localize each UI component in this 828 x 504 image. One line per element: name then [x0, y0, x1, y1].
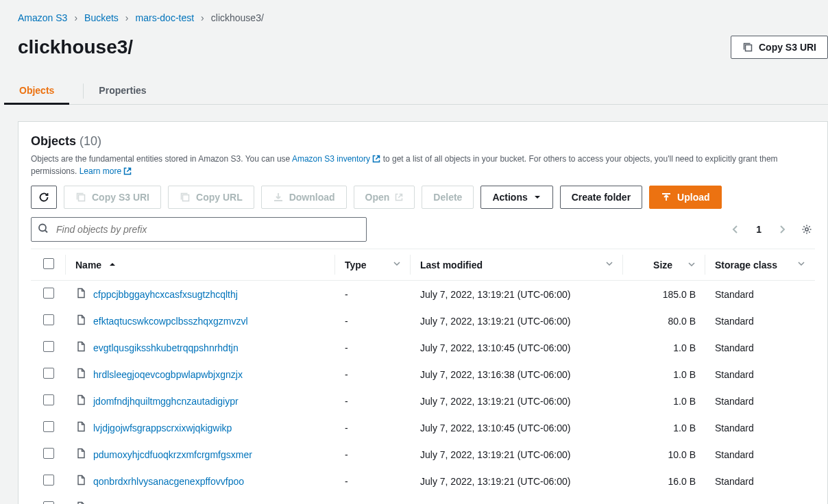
table-row: evgtlqusgiksshkubetrqqpshnrhdtjn-July 7,… — [31, 334, 815, 361]
search-icon — [38, 223, 49, 236]
cell-modified: July 7, 2022, 13:19:21 (UTC-06:00) — [411, 281, 623, 308]
file-icon — [75, 501, 86, 504]
object-link[interactable]: jdomfndjhquiltmgghcnzautadigiypr — [93, 396, 239, 407]
cell-type: - — [335, 414, 411, 441]
tab-objects[interactable]: Objects — [18, 78, 56, 104]
delete-button[interactable]: Delete — [422, 186, 474, 209]
object-link[interactable]: qonbrdxrhlvysanacgenexpffovvfpoo — [93, 476, 244, 487]
sort-asc-icon — [108, 260, 117, 268]
table-row: hrdlsleegjoqevcogbpwlapwbjxgnzjx-July 7,… — [31, 361, 815, 388]
breadcrumb-link[interactable]: Buckets — [84, 12, 119, 23]
table-row: lvjdjgojwfsgrappscrxixwjqkigwikp-July 7,… — [31, 414, 815, 441]
svg-point-3 — [39, 225, 46, 231]
file-icon — [75, 341, 86, 354]
chevron-right-icon: › — [125, 12, 129, 23]
object-link[interactable]: evgtlqusgiksshkubetrqqpshnrhdtjn — [93, 342, 239, 353]
cell-storage: Standard — [705, 414, 815, 441]
cell-size: 1.0 B — [623, 388, 705, 414]
cell-modified: July 7, 2022, 13:10:45 (UTC-06:00) — [411, 414, 623, 441]
cell-storage: Standard — [705, 281, 815, 308]
objects-table: Name Type Last modified — [31, 249, 815, 504]
external-link-icon — [372, 155, 380, 163]
search-input[interactable] — [31, 217, 367, 242]
cell-modified: July 7, 2022, 13:19:21 (UTC-06:00) — [411, 388, 623, 414]
copy-icon — [180, 192, 191, 203]
cell-size: 1.0 B — [623, 414, 705, 441]
object-link[interactable]: hrdlsleegjoqevcogbpwlapwbjxgnzjx — [93, 369, 243, 380]
download-button[interactable]: Download — [261, 186, 347, 209]
object-link[interactable]: cfppcjbbggayhcxcasfxsugtzhcqlthj — [93, 289, 238, 300]
row-checkbox[interactable] — [43, 288, 54, 299]
button-label: Copy URL — [196, 190, 243, 204]
cell-size: 80.0 B — [623, 307, 705, 334]
table-row: cfppcjbbggayhcxcasfxsugtzhcqlthj-July 7,… — [31, 281, 815, 308]
refresh-icon — [38, 192, 49, 203]
refresh-button[interactable] — [31, 186, 57, 209]
copy-s3-uri-button[interactable]: Copy S3 URI — [64, 186, 161, 209]
gear-icon — [801, 224, 812, 235]
column-name[interactable]: Name — [66, 249, 335, 281]
page-number: 1 — [756, 224, 762, 235]
row-checkbox[interactable] — [43, 475, 54, 486]
object-link[interactable]: lvjdjgojwfsgrappscrxixwjqkigwikp — [93, 423, 232, 433]
object-link[interactable]: pdumoxyhjcdfuoqkrzxmfcrgmfgsxmer — [93, 449, 252, 460]
cell-storage: Standard — [705, 388, 815, 414]
row-checkbox[interactable] — [43, 368, 54, 379]
chevron-right-icon: › — [201, 12, 204, 23]
row-checkbox[interactable] — [43, 448, 54, 459]
breadcrumb-link[interactable]: Amazon S3 — [18, 12, 67, 23]
row-checkbox[interactable] — [43, 394, 54, 405]
search-box — [31, 217, 367, 242]
inventory-link[interactable]: Amazon S3 inventory — [292, 154, 383, 164]
cell-storage: Standard — [705, 334, 815, 361]
cell-modified: July 7, 2022, 13:19:21 (UTC-06:00) — [411, 441, 623, 468]
cell-modified: July 7, 2022, 13:19:21 (UTC-06:00) — [411, 468, 623, 494]
settings-button[interactable] — [799, 221, 815, 238]
file-icon — [75, 288, 86, 301]
create-folder-button[interactable]: Create folder — [560, 186, 642, 209]
panel-description: Objects are the fundamental entities sto… — [31, 153, 815, 177]
actions-button[interactable]: Actions — [480, 186, 552, 209]
cell-type: - — [335, 334, 411, 361]
select-all-checkbox[interactable] — [43, 258, 54, 269]
breadcrumb-link[interactable]: mars-doc-test — [136, 12, 195, 23]
open-button[interactable]: Open — [354, 186, 415, 209]
cell-size: 1.0 B — [623, 361, 705, 388]
caret-down-icon — [533, 193, 541, 201]
external-link-icon — [123, 167, 132, 175]
tabs: Objects Properties — [18, 78, 828, 105]
column-last-modified[interactable]: Last modified — [411, 249, 623, 281]
cell-type: - — [335, 388, 411, 414]
row-checkbox[interactable] — [43, 341, 54, 352]
button-label: Download — [289, 190, 335, 204]
file-icon — [75, 448, 86, 461]
button-label: Upload — [677, 190, 709, 204]
row-checkbox[interactable] — [43, 501, 54, 504]
chevron-right-icon: › — [74, 12, 77, 23]
button-label: Open — [365, 190, 390, 204]
breadcrumb: Amazon S3 › Buckets › mars-doc-test › cl… — [18, 12, 828, 23]
svg-rect-2 — [183, 195, 189, 201]
copy-url-button[interactable]: Copy URL — [168, 186, 254, 209]
row-checkbox[interactable] — [43, 314, 54, 325]
column-storage-class[interactable]: Storage class — [705, 249, 815, 281]
row-checkbox[interactable] — [43, 421, 54, 432]
prev-page-button[interactable] — [727, 221, 744, 238]
learn-more-link[interactable]: Learn more — [80, 166, 132, 176]
cell-size: 16.0 B — [623, 468, 705, 494]
table-row: jdomfndjhquiltmgghcnzautadigiypr-July 7,… — [31, 388, 815, 414]
download-icon — [273, 192, 284, 203]
column-checkbox — [31, 249, 66, 281]
copy-s3-uri-button[interactable]: Copy S3 URI — [731, 36, 828, 59]
next-page-button[interactable] — [774, 221, 790, 238]
file-icon — [75, 368, 86, 381]
column-size[interactable]: Size — [623, 249, 705, 281]
copy-icon — [742, 42, 753, 53]
cell-type: - — [335, 494, 411, 504]
chevron-right-icon — [777, 224, 788, 235]
column-type[interactable]: Type — [335, 249, 411, 281]
upload-button[interactable]: Upload — [649, 186, 721, 209]
tab-properties[interactable]: Properties — [97, 78, 147, 104]
object-link[interactable]: efktaqtucswkcowpclbsszhqxgzmvzvl — [93, 316, 248, 327]
objects-panel: Objects (10) Objects are the fundamental… — [18, 121, 828, 504]
